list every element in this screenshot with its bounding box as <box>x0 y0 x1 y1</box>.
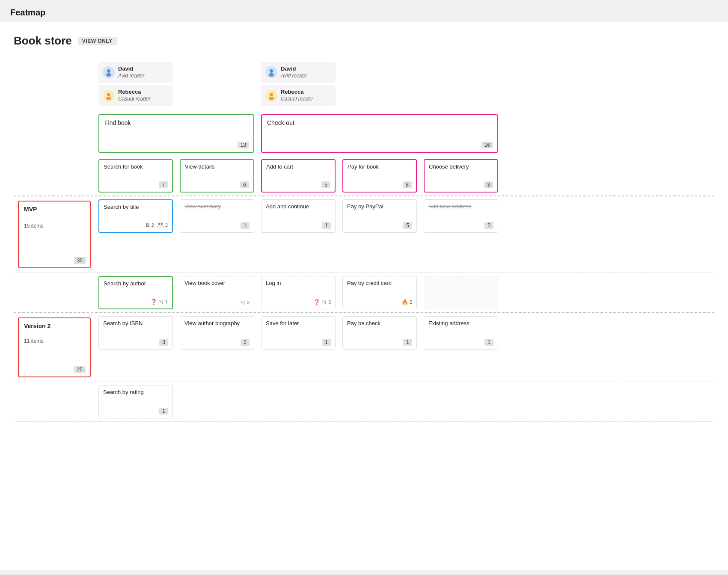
story-view-cover-cell: View book cover 3 <box>176 273 258 312</box>
story-existing-address-count: 1 <box>484 339 493 346</box>
epic-find-book[interactable]: Find book 13 <box>98 114 254 153</box>
story-search-title-cell: Search by title 🖥 2 2 <box>95 196 176 273</box>
svg-point-9 <box>160 222 163 225</box>
epic-checkout[interactable]: Check-out 16 <box>261 114 498 153</box>
screen-count: 2 <box>152 222 154 228</box>
svg-point-1 <box>106 73 111 77</box>
persona-col-spacer-4 <box>339 59 420 111</box>
app-header: Featmap <box>0 0 728 22</box>
story-rating-cell: Search by rating 1 <box>95 382 176 421</box>
avatar-rebecca-2 <box>265 90 277 102</box>
story-empty-1 <box>420 273 502 312</box>
story-rating-count: 1 <box>159 408 168 415</box>
story-search-title-text: Search by title <box>104 204 168 210</box>
story-add-continue[interactable]: Add and continue 1 <box>261 199 336 233</box>
story-author-bio[interactable]: View author biography 2 <box>180 316 254 350</box>
feature-search-book[interactable]: Search for book 7 <box>98 159 173 193</box>
question-icon-2: ❓ <box>313 299 320 305</box>
story-rating[interactable]: Search by rating 1 <box>98 385 173 418</box>
svg-point-0 <box>107 69 110 73</box>
story-paypal-cell: Pay by PayPal 5 <box>339 196 420 273</box>
feature-view-details-count: 6 <box>240 181 249 188</box>
page-title: Book store <box>14 34 72 47</box>
story-isbn-cell: Search by ISBN 3 <box>95 313 176 382</box>
story-save-later-text: Save for later <box>266 320 331 326</box>
v2-count: 25 <box>74 366 86 373</box>
feature-view-details-cell: View details 6 <box>176 156 258 196</box>
v2-empty-1 <box>176 382 258 421</box>
mvp-subtitle: 15 items <box>24 223 85 229</box>
story-existing-address[interactable]: Existing address 1 <box>424 316 498 350</box>
app-title: Featmap <box>10 8 45 17</box>
story-view-summary-text: View summary <box>184 203 250 210</box>
v2-title: Version 2 <box>24 323 85 329</box>
avatar-david-1 <box>103 66 115 78</box>
story-pay-check[interactable]: Pay be check 1 <box>342 316 417 350</box>
epic-checkout-count: 16 <box>481 142 493 148</box>
v2-empty-4 <box>420 382 502 421</box>
persona-david-2: David Avid reader <box>261 62 336 83</box>
feature-choose-delivery[interactable]: Choose delivery 3 <box>424 159 498 193</box>
mvp-release-card[interactable]: MVP 15 items 30 <box>18 201 91 268</box>
story-add-address-text: Add new address <box>428 203 493 210</box>
feature-add-cart-title: Add to cart <box>266 163 330 170</box>
v2-empty-3 <box>339 382 420 421</box>
story-pay-check-text: Pay be check <box>347 320 412 326</box>
feature-add-cart-cell: Add to cart 5 <box>258 156 339 196</box>
story-paypal-text: Pay by PayPal <box>347 203 412 210</box>
story-credit-card-cell: Pay by credit card 🔥 2 <box>339 273 420 312</box>
persona-rebecca-2-info: Rebecca Casual reader <box>281 89 313 102</box>
v2-release-card[interactable]: Version 2 11 items 25 <box>18 317 91 377</box>
story-view-summary-count: 1 <box>241 222 250 229</box>
story-paypal[interactable]: Pay by PayPal 5 <box>342 199 417 233</box>
story-view-cover-text: View book cover <box>184 280 250 286</box>
mvp-count: 30 <box>74 257 86 264</box>
feature-view-details[interactable]: View details 6 <box>180 159 254 193</box>
people-icon <box>157 222 164 228</box>
mvp-row-1: MVP 15 items 30 Search by title 🖥 2 <box>14 196 714 273</box>
story-search-title[interactable]: Search by title 🖥 2 2 <box>98 199 173 233</box>
story-search-author[interactable]: Search by author ❓ 1 <box>98 276 173 309</box>
svg-point-2 <box>107 93 110 96</box>
story-author-bio-text: View author biography <box>184 320 250 326</box>
feature-pay-book-count: 8 <box>403 181 412 188</box>
svg-point-3 <box>106 97 111 100</box>
persona-david-2-name: David <box>281 65 307 73</box>
feature-search-book-cell: Search for book 7 <box>95 156 176 196</box>
story-credit-card-icons: 🔥 2 <box>401 299 412 305</box>
story-isbn[interactable]: Search by ISBN 3 <box>98 316 173 350</box>
svg-point-7 <box>269 97 274 100</box>
story-login[interactable]: Log in ❓ 3 <box>261 276 336 309</box>
v2-row-2: Search by rating 1 <box>14 382 714 422</box>
story-author-bio-cell: View author biography 2 <box>176 313 258 382</box>
story-save-later[interactable]: Save for later 1 <box>261 316 336 350</box>
svg-point-5 <box>269 73 274 77</box>
mvp-row-2: Search by author ❓ 1 View book cover <box>14 273 714 313</box>
epic-left-spacer <box>14 111 95 156</box>
v2-label-cell: Version 2 11 items 25 <box>14 313 95 382</box>
svg-point-6 <box>270 93 273 96</box>
story-credit-card[interactable]: Pay by credit card 🔥 2 <box>342 276 417 309</box>
featmap-wrapper: David Avid reader Rebecca Casual reader <box>14 59 714 422</box>
persona-rebecca-2: Rebecca Casual reader <box>261 85 336 106</box>
v2-row-1: Version 2 11 items 25 Search by ISBN 3 <box>14 313 714 382</box>
story-view-summary[interactable]: View summary 1 <box>180 199 254 233</box>
feature-pay-book[interactable]: Pay for book 8 <box>342 159 417 193</box>
story-search-author-icons: ❓ 1 <box>150 299 168 305</box>
screen-icon: 🖥 <box>145 222 150 228</box>
story-view-cover-icons: 3 <box>240 300 250 305</box>
story-login-text: Log in <box>266 280 331 286</box>
persona-david-2-info: David Avid reader <box>281 65 307 79</box>
story-add-address-count: 2 <box>484 222 493 229</box>
story-save-later-count: 1 <box>322 339 331 346</box>
story-login-cell: Log in ❓ 3 <box>258 273 339 312</box>
story-view-cover[interactable]: View book cover 3 <box>180 276 254 309</box>
feature-add-cart[interactable]: Add to cart 5 <box>261 159 336 193</box>
mvp-label-cell: MVP 15 items 30 <box>14 196 95 273</box>
story-add-address[interactable]: Add new address 2 <box>424 199 498 233</box>
svg-point-4 <box>270 69 273 73</box>
persona-rebecca-2-role: Casual reader <box>281 96 313 103</box>
persona-col-3: David Avid reader Rebecca Casual reader <box>258 59 339 111</box>
mvp-label-spacer <box>14 273 95 312</box>
story-add-continue-cell: Add and continue 1 <box>258 196 339 273</box>
